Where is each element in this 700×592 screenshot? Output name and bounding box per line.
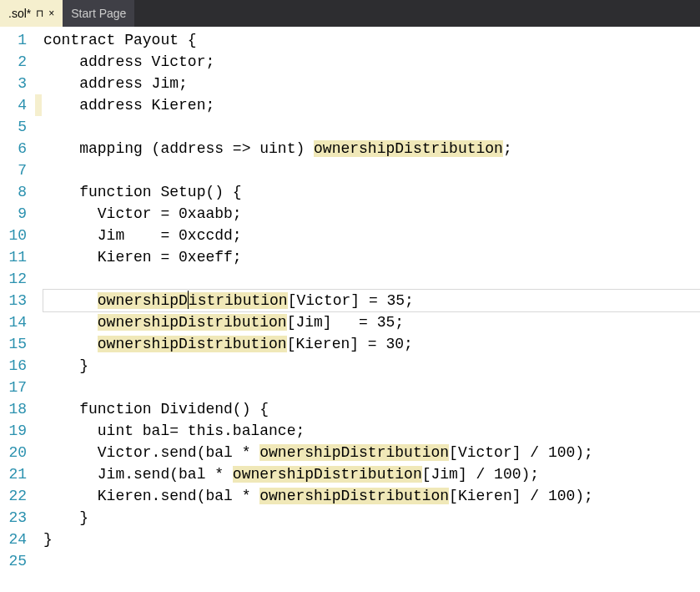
change-marker (35, 181, 42, 203)
change-marker (35, 355, 42, 377)
change-marker (35, 398, 42, 420)
code-line[interactable]: Jim = 0xccdd; (43, 225, 700, 246)
tab-start-page[interactable]: Start Page (63, 0, 134, 27)
change-marker (35, 420, 42, 442)
line-number: 17 (0, 377, 27, 398)
change-marker (35, 246, 42, 268)
line-number: 20 (0, 442, 27, 463)
line-number: 12 (0, 268, 27, 290)
change-marker (35, 485, 42, 507)
change-marker (35, 116, 42, 138)
change-marker (35, 463, 42, 485)
code-line[interactable]: address Victor; (43, 51, 700, 73)
change-marker (35, 73, 42, 94)
change-marker (35, 268, 42, 290)
code-editor[interactable]: 1234567891011121314151617181920212223242… (0, 27, 700, 592)
line-number: 14 (0, 311, 27, 333)
change-marker (35, 138, 42, 159)
code-line[interactable] (43, 116, 700, 138)
line-number: 9 (0, 203, 27, 225)
line-number: 6 (0, 138, 27, 159)
change-marker (35, 203, 42, 225)
code-line[interactable]: Victor.send(bal * ownershipDistribution[… (43, 442, 700, 463)
change-marker (35, 29, 42, 51)
line-number: 21 (0, 463, 27, 485)
line-number: 11 (0, 246, 27, 268)
change-marker (35, 311, 42, 333)
change-marker (35, 529, 42, 550)
code-line[interactable] (43, 377, 700, 398)
code-line[interactable]: ownershipDistribution[Kieren] = 30; (43, 333, 700, 355)
code-line[interactable]: uint bal= this.balance; (43, 420, 700, 442)
code-line[interactable]: } (43, 507, 700, 529)
line-number: 24 (0, 529, 27, 550)
line-number: 19 (0, 420, 27, 442)
line-number: 10 (0, 225, 27, 246)
line-number: 23 (0, 507, 27, 529)
code-line[interactable]: ownershipDistribution[Jim] = 35; (43, 311, 700, 333)
code-line[interactable]: Jim.send(bal * ownershipDistribution[Jim… (43, 463, 700, 485)
tab-label: .sol* (8, 7, 31, 20)
line-number: 5 (0, 116, 27, 138)
tab-active-file[interactable]: .sol* ⊓ × (0, 0, 63, 27)
code-line[interactable]: function Dividend() { (43, 398, 700, 420)
change-marker (35, 159, 42, 181)
code-line[interactable]: ownershipDistribution[Victor] = 35; (43, 290, 700, 311)
code-line[interactable]: function Setup() { (43, 181, 700, 203)
line-number-gutter: 1234567891011121314151617181920212223242… (0, 27, 35, 592)
code-line[interactable]: contract Payout { (43, 29, 700, 51)
line-number: 16 (0, 355, 27, 377)
code-line[interactable]: Kieren = 0xeeff; (43, 246, 700, 268)
change-marker (35, 550, 42, 572)
code-line[interactable]: } (43, 529, 700, 550)
code-area[interactable]: contract Payout { address Victor; addres… (42, 27, 700, 592)
line-number: 15 (0, 333, 27, 355)
pin-icon[interactable]: ⊓ (36, 8, 43, 19)
code-line[interactable]: } (43, 355, 700, 377)
code-line[interactable]: address Jim; (43, 73, 700, 94)
change-marker (35, 377, 42, 398)
line-number: 1 (0, 29, 27, 51)
tab-bar: .sol* ⊓ × Start Page (0, 0, 700, 27)
line-number: 8 (0, 181, 27, 203)
change-marker (35, 51, 42, 73)
change-marker-column (35, 27, 42, 592)
change-marker (35, 442, 42, 463)
tab-label: Start Page (71, 7, 126, 20)
line-number: 13 (0, 290, 27, 311)
line-number: 25 (0, 550, 27, 572)
code-line[interactable]: address Kieren; (43, 94, 700, 116)
code-line[interactable]: Kieren.send(bal * ownershipDistribution[… (43, 485, 700, 507)
code-line[interactable] (43, 550, 700, 572)
change-marker (35, 507, 42, 529)
change-marker (35, 333, 42, 355)
line-number: 2 (0, 51, 27, 73)
line-number: 4 (0, 94, 27, 116)
line-number: 3 (0, 73, 27, 94)
change-marker (35, 225, 42, 246)
code-line[interactable]: mapping (address => uint) ownershipDistr… (43, 138, 700, 159)
change-marker (35, 94, 42, 116)
close-icon[interactable]: × (48, 8, 54, 19)
code-line[interactable] (43, 159, 700, 181)
line-number: 22 (0, 485, 27, 507)
line-number: 7 (0, 159, 27, 181)
change-marker (35, 290, 42, 311)
code-line[interactable]: Victor = 0xaabb; (43, 203, 700, 225)
code-line[interactable] (43, 268, 700, 290)
line-number: 18 (0, 398, 27, 420)
